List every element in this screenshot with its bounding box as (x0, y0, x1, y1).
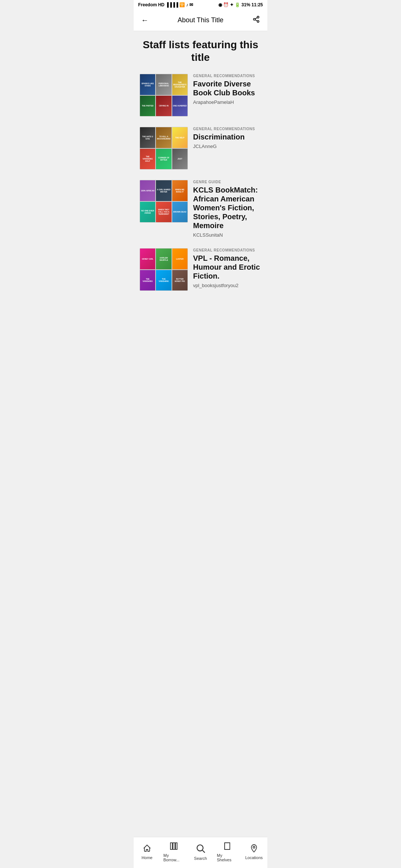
item-category: GENERAL RECOMMENDATIONS (193, 248, 261, 252)
page-title: About This Title (177, 16, 224, 24)
share-button[interactable] (251, 14, 261, 26)
list-item[interactable]: 100% AFRICAN A GIRL NAMED MISTER WHEN WE… (140, 180, 261, 238)
book-grid-thumb: HONEY GIRL HARLEM SHUFFLE LUSTER THE VAN… (140, 248, 188, 291)
list-item[interactable]: HONEY GIRL HARLEM SHUFFLE LUSTER THE VAN… (140, 248, 261, 291)
time-label: 11:25 (251, 2, 263, 7)
svg-line-4 (255, 17, 257, 19)
book-cover: HONEY GIRL (140, 249, 155, 269)
book-cover: A GIRL NAMED MISTER (156, 180, 171, 201)
book-cover: JUST (172, 149, 188, 170)
item-title: VPL - Romance, Humour and Erotic Fiction… (193, 254, 261, 280)
svg-point-2 (257, 20, 259, 22)
bluetooth-icon: ✦ (230, 2, 234, 7)
status-bar: Freedom HD ▐▐▐▐ 🛜 ♪ ✉ ◉ ⏰ ✦ 🔋 31% 11:25 (134, 0, 267, 10)
item-category: GENERAL RECOMMENDATIONS (193, 74, 261, 78)
alarm-icon: ⏰ (223, 2, 229, 7)
book-grid-thumb: SPARKS LIKE STARS PERSONAL LIBRARIAN THE… (140, 74, 188, 116)
item-category: GENERAL RECOMMENDATIONS (193, 127, 261, 131)
book-cover: 100% AFRICAN (140, 180, 155, 201)
item-author: KCLSSunitaN (193, 232, 261, 238)
book-cover: BROWN DEAD (172, 202, 188, 223)
item-info: GENERAL RECOMMENDATIONS VPL - Romance, H… (193, 248, 261, 288)
book-cover: CORNER OF BITTER (156, 149, 171, 170)
list-item[interactable]: THE HATE U GIVE TO KILL A MOCKINGBIRD TH… (140, 127, 261, 170)
book-cover: WHEN THEY CALL YOU A TERRORIST (156, 202, 171, 223)
battery-label: 31% (241, 2, 250, 7)
book-cover: BUTTER HONEY PIG (172, 270, 188, 291)
book-cover: CRYING IN (156, 96, 171, 116)
item-author: JCLAnneG (193, 144, 261, 149)
book-cover: TO KILL A MOCKINGBIRD (156, 127, 171, 148)
book-cover: THE VANISHING (156, 270, 171, 291)
book-cover: PERSONAL LIBRARIAN (156, 74, 171, 95)
page-heading: Staff lists featuring this title (140, 39, 261, 63)
book-cover: THE VANISHING HALF (140, 149, 155, 170)
svg-line-3 (255, 20, 257, 21)
svg-point-0 (257, 16, 259, 18)
item-category: GENRE GUIDE (193, 180, 261, 184)
book-cover: SPARKS LIKE STARS (140, 74, 155, 95)
mail-icon: ✉ (189, 2, 193, 7)
wifi-icon: 🛜 (179, 2, 185, 7)
book-cover: THE VANISHING (140, 270, 155, 291)
top-nav: ← About This Title (134, 10, 267, 31)
book-cover: ONE HUNDRED (172, 96, 188, 116)
eye-icon: ◉ (218, 2, 222, 7)
status-right: ◉ ⏰ ✦ 🔋 31% 11:25 (218, 2, 263, 7)
book-cover: NO ONE EVER ASKED (140, 202, 155, 223)
item-info: GENRE GUIDE KCLS BookMatch: African Amer… (193, 180, 261, 238)
item-title: Favorite Diverse Book Club Books (193, 79, 261, 97)
back-button[interactable]: ← (140, 14, 150, 26)
book-cover: WHEN WE MAKE IT (172, 180, 188, 201)
item-title: Discrimination (193, 132, 261, 141)
hd-badge: HD (158, 2, 164, 7)
book-grid-thumb: 100% AFRICAN A GIRL NAMED MISTER WHEN WE… (140, 180, 188, 223)
content-wrapper: Staff lists featuring this title SPARKS … (134, 31, 267, 338)
item-author: vpl_booksjustforyou2 (193, 283, 261, 288)
battery-icon: 🔋 (235, 2, 240, 7)
carrier-label: Freedom (138, 2, 157, 7)
book-cover: THE BEEKEEPER'S DAUGHTER (172, 74, 188, 95)
status-left: Freedom HD ▐▐▐▐ 🛜 ♪ ✉ (138, 2, 193, 7)
main-content: Staff lists featuring this title SPARKS … (134, 31, 267, 309)
book-cover: THE HELP (172, 127, 188, 148)
list-item[interactable]: SPARKS LIKE STARS PERSONAL LIBRARIAN THE… (140, 74, 261, 116)
book-cover: THE PARTED (140, 96, 155, 116)
book-grid-thumb: THE HATE U GIVE TO KILL A MOCKINGBIRD TH… (140, 127, 188, 170)
signal-icon: ▐▐▐▐ (166, 2, 178, 7)
item-info: GENERAL RECOMMENDATIONS Favorite Diverse… (193, 74, 261, 105)
book-cover: LUSTER (172, 249, 188, 269)
svg-point-1 (253, 19, 255, 20)
book-cover: HARLEM SHUFFLE (156, 249, 171, 269)
item-title: KCLS BookMatch: African American Women's… (193, 185, 261, 230)
music-icon: ♪ (186, 2, 188, 7)
item-info: GENERAL RECOMMENDATIONS Discrimination J… (193, 127, 261, 149)
book-cover: THE HATE U GIVE (140, 127, 155, 148)
item-author: ArapahoePamelaH (193, 99, 261, 105)
